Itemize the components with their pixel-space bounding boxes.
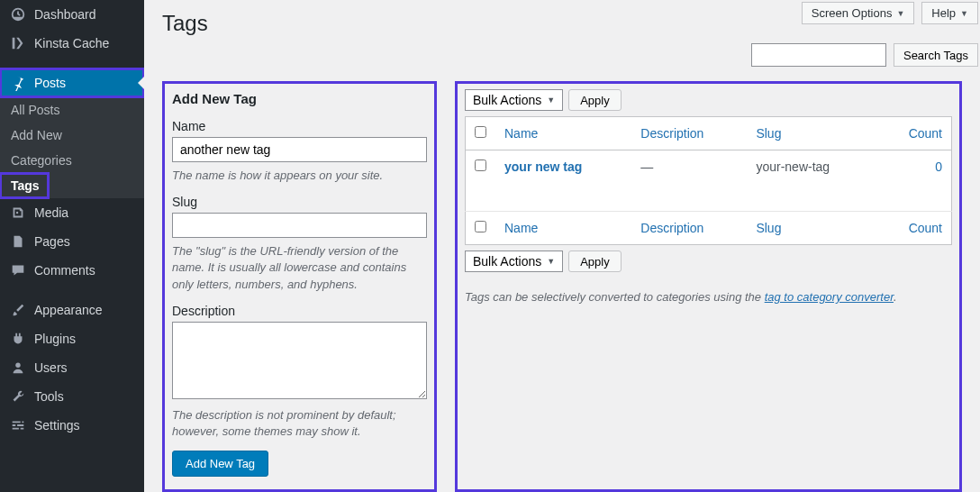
sidebar-label: Posts [34,76,66,90]
col-description[interactable]: Description [631,212,747,245]
pages-icon [9,233,27,250]
tag-slug: your-new-tag [747,150,877,212]
col-count[interactable]: Count [877,117,951,150]
brush-icon [9,302,27,318]
caret-down-icon: ▼ [896,9,904,18]
sidebar-label: Plugins [34,332,76,346]
tags-table: Name Description Slug Count your new tag… [465,116,952,245]
sidebar-sub-all-posts[interactable]: All Posts [0,97,144,123]
col-slug[interactable]: Slug [747,117,877,150]
search-input[interactable] [751,43,886,67]
posts-submenu: All Posts Add New Categories Tags [0,97,144,198]
media-icon [9,205,27,221]
sidebar-sub-add-new[interactable]: Add New [0,123,144,148]
sidebar-label: Tools [34,389,64,404]
screen-options-button[interactable]: Screen Options ▼ [802,2,915,24]
svg-point-0 [16,212,18,214]
users-icon [9,360,27,376]
row-checkbox[interactable] [475,159,486,171]
svg-point-1 [15,363,20,368]
table-row: your new tag — your-new-tag 0 [466,150,952,212]
main-content: Screen Options ▼ Help ▼ Tags Search Tags… [144,0,980,492]
sidebar-label: Users [34,360,68,375]
col-name[interactable]: Name [495,212,631,245]
tag-to-category-link[interactable]: tag to category converter [765,290,894,304]
sidebar-item-dashboard[interactable]: Dashboard [0,0,144,29]
col-description[interactable]: Description [631,117,747,150]
slug-input[interactable] [172,213,427,238]
add-tag-panel: Add New Tag Name The name is how it appe… [162,81,437,492]
apply-button-bottom[interactable]: Apply [568,251,622,272]
description-label: Description [172,304,427,318]
top-actions: Screen Options ▼ Help ▼ [802,2,978,24]
caret-down-icon: ▼ [547,96,555,105]
sidebar-label: Kinsta Cache [34,36,109,50]
select-all-checkbox-top[interactable] [475,126,486,138]
bulk-actions-select-bottom[interactable]: Bulk Actions ▼ [465,251,563,272]
admin-sidebar: Dashboard Kinsta Cache Posts All Posts A… [0,0,144,492]
kinsta-icon [9,35,27,51]
sidebar-label: Comments [34,263,95,278]
col-name[interactable]: Name [495,117,631,150]
search-button[interactable]: Search Tags [894,43,978,67]
footer-note-post: . [894,290,897,304]
name-label: Name [172,119,427,133]
slug-help: The "slug" is the URL-friendly version o… [172,243,427,293]
tag-description: — [631,150,747,212]
select-all-checkbox-bottom[interactable] [475,221,486,232]
sidebar-item-posts[interactable]: Posts [0,68,144,97]
slug-label: Slug [172,195,427,209]
sidebar-item-appearance[interactable]: Appearance [0,296,144,324]
sidebar-label: Settings [34,418,80,433]
bulk-actions-select-top[interactable]: Bulk Actions ▼ [465,89,563,111]
description-help: The description is not prominent by defa… [172,407,427,440]
wrench-icon [9,388,27,405]
apply-button-top[interactable]: Apply [568,89,622,111]
comments-icon [9,262,27,278]
sidebar-item-media[interactable]: Media [0,198,144,227]
sidebar-label: Dashboard [34,7,96,22]
sliders-icon [9,417,27,433]
sidebar-label: Pages [34,234,70,249]
tag-name-link[interactable]: your new tag [504,159,582,174]
search-row: Search Tags [751,43,978,67]
add-new-tag-button[interactable]: Add New Tag [172,451,268,477]
screen-options-label: Screen Options [812,6,893,20]
footer-note-pre: Tags can be selectively converted to cat… [465,290,765,304]
name-input[interactable] [172,137,427,162]
sidebar-sub-categories[interactable]: Categories [0,148,144,173]
tags-table-panel: Bulk Actions ▼ Apply Name Description Sl… [455,81,962,492]
footer-note: Tags can be selectively converted to cat… [465,290,952,304]
bulk-actions-label: Bulk Actions [473,93,541,107]
sidebar-item-kinsta[interactable]: Kinsta Cache [0,29,144,58]
sidebar-item-plugins[interactable]: Plugins [0,324,144,353]
sidebar-item-settings[interactable]: Settings [0,411,144,440]
caret-down-icon: ▼ [960,9,968,18]
col-slug[interactable]: Slug [747,212,877,245]
form-heading: Add New Tag [172,91,427,106]
sidebar-item-users[interactable]: Users [0,353,144,382]
bulk-actions-label: Bulk Actions [473,254,541,269]
sidebar-item-comments[interactable]: Comments [0,256,144,285]
help-label: Help [931,6,956,20]
tag-count[interactable]: 0 [877,150,951,212]
plug-icon [9,331,27,347]
active-caret-icon [138,76,144,90]
sidebar-label: Appearance [34,303,103,317]
sidebar-item-pages[interactable]: Pages [0,227,144,256]
sidebar-item-tools[interactable]: Tools [0,382,144,411]
description-input[interactable] [172,322,427,399]
pin-icon [9,75,27,91]
sidebar-sub-tags[interactable]: Tags [0,173,49,198]
sidebar-label: Media [34,205,68,220]
name-help: The name is how it appears on your site. [172,168,427,184]
col-count[interactable]: Count [877,212,951,245]
caret-down-icon: ▼ [547,257,555,266]
help-button[interactable]: Help ▼ [921,2,978,24]
dashboard-icon [9,6,27,23]
